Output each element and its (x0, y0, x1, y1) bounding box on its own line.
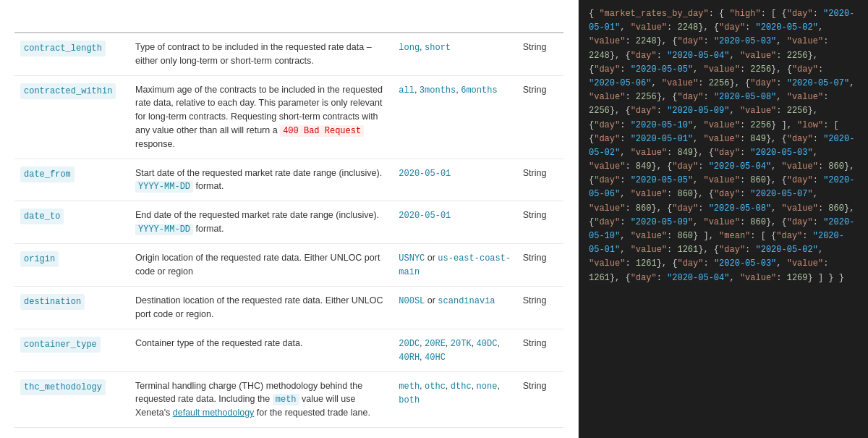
description-cell: Start date of the requested market rate … (129, 159, 393, 201)
accepted-value: scandinavia (438, 296, 495, 306)
type-cell: String (517, 33, 563, 75)
table-row: container_typeContainer type of the requ… (14, 329, 563, 371)
accepted-value: dthc (451, 382, 472, 392)
accepted-cell: long, short (393, 33, 516, 75)
param-cell: date_from (14, 159, 129, 201)
description-cell: Container type of the requested rate dat… (129, 329, 393, 371)
accepted-cell: N00SL or scandinavia (393, 287, 516, 329)
right-panel: { "market_rates_by_day": { "high": [ {"d… (579, 0, 868, 438)
accepted-value: meth (399, 382, 420, 392)
accepted-value: 20RE (425, 339, 446, 349)
description-cell: End date of the requested market rate da… (129, 201, 393, 244)
accepted-value: 2020-05-01 (399, 211, 451, 221)
accepted-value: 20DC (399, 339, 420, 349)
col-accepted (393, 22, 516, 33)
description-cell: Origin location of the requested rate da… (129, 244, 393, 287)
param-cell: contracted_within (14, 75, 129, 159)
accepted-cell: all, 3months, 6months (393, 75, 516, 159)
table-row: contracted_withinMaximum age of the cont… (14, 75, 563, 159)
accepted-cell: meth, othc, dthc, none, both (393, 371, 516, 428)
param-cell: date_to (14, 201, 129, 244)
description-cell: Maximum age of the contracts to be inclu… (129, 75, 393, 159)
inline-code: YYYY-MM-DD (135, 181, 193, 193)
table-row: contract_lengthType of contract to be in… (14, 33, 563, 75)
accepted-value: 20TK (451, 339, 472, 349)
accepted-value: 40DC (477, 339, 498, 349)
table-header-row (14, 22, 563, 33)
col-parameter (14, 22, 129, 33)
accepted-value: USNYC (399, 253, 425, 264)
description-cell: Destination location of the requested ra… (129, 287, 393, 329)
table-row: destinationDestination location of the r… (14, 287, 563, 329)
type-cell: String (517, 75, 563, 159)
left-panel: contract_lengthType of contract to be in… (0, 0, 579, 438)
accepted-cell: 2020-05-01 (393, 159, 516, 201)
table-row: date_toEnd date of the requested market … (14, 201, 563, 244)
type-cell: String (517, 159, 563, 201)
accepted-value: both (399, 395, 420, 405)
param-code: origin (20, 251, 59, 267)
param-code: destination (20, 294, 85, 310)
type-cell: String (517, 201, 563, 244)
accepted-cell: 20DC, 20RE, 20TK, 40DC, 40RH, 40HC (393, 329, 516, 371)
table-row: thc_methodologyTerminal handling charge … (14, 371, 563, 428)
param-cell: origin (14, 244, 129, 287)
description-cell: Terminal handling charge (THC) methodolo… (129, 371, 393, 428)
inline-code: YYYY-MM-DD (135, 224, 193, 235)
param-code: contract_length (20, 41, 106, 56)
type-cell: String (517, 287, 563, 329)
accepted-value: N00SL (399, 296, 425, 306)
accepted-value: all (399, 85, 414, 96)
accepted-value: 2020-05-01 (399, 169, 451, 179)
accepted-value: long (399, 43, 420, 53)
accepted-cell: USNYC or us-east-coast-main (393, 244, 516, 287)
type-cell: String (517, 371, 563, 428)
accepted-value: 40HC (425, 353, 446, 363)
param-cell: thc_methodology (14, 371, 129, 428)
param-code: date_to (20, 209, 64, 224)
parameters-table: contract_lengthType of contract to be in… (14, 22, 563, 428)
table-row: originOrigin location of the requested r… (14, 244, 563, 287)
col-description (129, 22, 393, 33)
accepted-value: othc (425, 382, 446, 392)
accepted-value: 3months (420, 85, 456, 96)
description-cell: Type of contract to be included in the r… (129, 33, 393, 75)
accepted-value: 40RH (399, 353, 420, 363)
param-cell: destination (14, 287, 129, 329)
type-cell: String (517, 329, 563, 371)
accepted-value: none (477, 382, 498, 392)
accepted-cell: 2020-05-01 (393, 201, 516, 244)
param-code: contracted_within (20, 83, 116, 99)
param-code: date_from (20, 167, 75, 182)
accepted-value: short (425, 43, 451, 53)
table-row: date_fromStart date of the requested mar… (14, 159, 563, 201)
inline-code: 400 Bad Request (280, 125, 364, 137)
type-cell: String (517, 244, 563, 287)
param-cell: container_type (14, 329, 129, 371)
col-type (517, 22, 563, 33)
description-link[interactable]: default methodology (173, 408, 255, 418)
param-code: container_type (20, 337, 101, 353)
inline-code: meth (273, 394, 299, 405)
param-code: thc_methodology (20, 379, 106, 395)
param-cell: contract_length (14, 33, 129, 75)
accepted-value: 6months (461, 85, 497, 96)
